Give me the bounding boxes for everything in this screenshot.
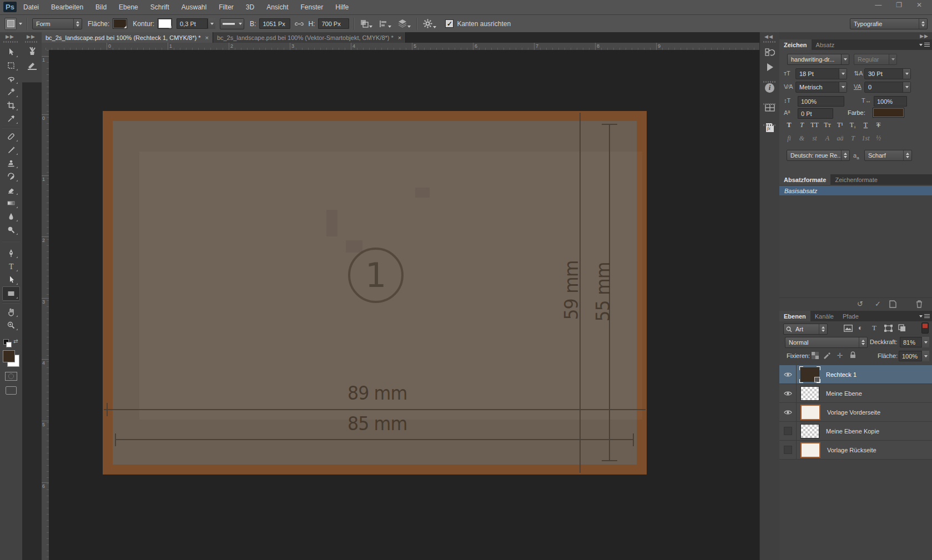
layer-visibility-eye-icon[interactable] [779,365,797,384]
layer-row-1[interactable]: Rechteck 1 [779,365,932,384]
toolbar-collapse-icon[interactable]: ▶▶ [6,34,14,39]
menu-ansicht[interactable]: Ansicht [266,3,288,11]
restore-icon[interactable]: ❐ [896,1,902,9]
menu-3d[interactable]: 3D [246,3,254,11]
panel-collapse-icon[interactable]: ▶▶ [920,33,929,39]
swap-colors-icon[interactable]: ⇄ [13,338,18,344]
filter-toggle-switch[interactable] [921,322,929,334]
workspace-dropdown[interactable]: Typografie [850,18,928,29]
blend-mode-dropdown[interactable]: Normal [785,337,868,348]
layer-thumbnail[interactable] [800,386,819,401]
layer-row-4[interactable]: Meine Ebene Kopie [779,422,932,441]
menu-fenster[interactable]: Fenster [301,3,324,11]
marquee-tool[interactable] [3,59,19,72]
underline-button[interactable]: T [859,121,872,129]
layer-visibility-empty-toggle[interactable] [779,441,797,459]
discretionary-ligatures-button[interactable]: st [808,134,821,143]
strikethrough-button[interactable]: Ŧ [872,121,885,129]
screen-mode-icon[interactable] [6,386,17,395]
font-size-dropdown[interactable]: 18 Pt [795,68,847,79]
layer-row-2[interactable]: Meine Ebene [779,384,932,403]
eyedropper-tool[interactable] [3,112,19,125]
text-color-swatch[interactable] [873,108,904,118]
confirm-icon[interactable]: ✓ [875,300,881,308]
font-family-dropdown[interactable]: handwriting-dr... [787,54,849,65]
layer-visibility-eye-icon[interactable] [779,403,797,421]
clone-source-panel-icon[interactable] [25,59,39,73]
new-style-icon[interactable] [889,300,896,308]
clone-stamp-tool[interactable] [3,157,19,170]
tab-close-icon[interactable]: × [398,34,401,41]
layers-panel-menu-icon[interactable] [919,314,930,318]
tab-ebenen[interactable]: Ebenen [779,311,810,321]
vertical-ruler[interactable]: 10123456 [42,50,49,560]
ordinals-button[interactable]: 1st [859,134,872,143]
baseline-shift-field[interactable]: 0 Pt [798,108,833,119]
layer-visibility-eye-icon[interactable] [779,384,797,402]
brush-tool[interactable] [3,143,19,157]
tracking-dropdown[interactable]: 0 [864,82,911,93]
leading-dropdown[interactable]: 30 Pt [864,68,911,79]
faux-bold-button[interactable]: T [783,121,795,129]
delete-style-icon[interactable] [916,300,923,308]
healing-brush-tool[interactable] [3,130,19,143]
layer-name[interactable]: Rechteck 1 [826,371,857,378]
character-panel-menu-icon[interactable] [919,43,930,47]
filter-kind-adjustment-icon[interactable]: ◐ [858,324,863,332]
type-tool[interactable]: T [3,260,19,273]
document-tab-2[interactable]: bc_2s_landscape.psd bei 100% (Vektor-Sma… [213,32,406,43]
horizontal-scale-field[interactable]: 100% [874,96,907,107]
styles-panel-icon[interactable]: fx [763,121,777,134]
tab-zeichenformate[interactable]: Zeichenformate [830,174,881,185]
move-tool[interactable] [3,46,19,59]
blur-tool[interactable] [3,210,19,223]
titling-alternates-button[interactable]: T [847,134,859,143]
menu-bild[interactable]: Bild [95,3,107,11]
zoom-tool[interactable] [3,319,19,332]
history-panel-icon[interactable] [763,46,777,59]
layer-name[interactable]: Meine Ebene [826,390,862,397]
lasso-tool[interactable] [3,72,19,85]
kerning-dropdown[interactable]: Metrisch [795,82,847,93]
tool-preset-arrow-icon[interactable] [19,23,22,25]
eraser-tool[interactable] [3,183,19,196]
info-panel-icon[interactable]: i [763,81,777,94]
document-tab-1[interactable]: bc_2s_landscape.psd bei 100% (Rechteck 1… [42,32,213,43]
minimize-icon[interactable]: — [875,1,881,9]
stroke-width-field[interactable]: 0,3 Pt [177,18,208,29]
history-brush-tool[interactable] [3,170,19,183]
layer-thumbnail[interactable] [800,424,819,438]
tab-pfade[interactable]: Pfade [838,311,863,321]
stylistic-alternates-button[interactable]: aā [834,134,847,143]
layer-thumbnail[interactable] [800,442,820,458]
style-row-basisabsatz[interactable]: Basisabsatz [779,186,932,195]
filter-kind-shape-icon[interactable] [884,325,893,332]
subscript-button[interactable]: T₁ [847,121,859,129]
layer-name[interactable]: Meine Ebene Kopie [826,428,879,435]
quick-mask-icon[interactable] [5,372,17,381]
shape-height-field[interactable]: 700 Px [318,18,349,29]
link-dimensions-icon[interactable] [295,21,304,27]
tab-close-icon[interactable]: × [205,34,208,41]
small-caps-button[interactable]: Tᴛ [821,121,834,129]
layer-row-3[interactable]: Vorlage Vorderseite [779,403,932,422]
gradient-tool[interactable] [3,196,19,210]
pen-tool[interactable] [3,246,19,260]
menu-schrift[interactable]: Schrift [150,3,169,11]
filter-kind-smartobject-icon[interactable] [898,324,906,332]
menu-auswahl[interactable]: Auswahl [182,3,206,11]
path-operations-button[interactable] [359,18,374,29]
menu-filter[interactable]: Filter [219,3,234,11]
right-dock-expand-icon[interactable]: ◀◀ [764,34,773,39]
horizontal-ruler[interactable]: 0123456789 [42,43,759,51]
close-icon[interactable]: ✕ [916,1,922,9]
canvas-area[interactable]: 1 89 mm 85 mm 59 mm 55 mm [49,50,759,560]
faux-italic-button[interactable]: T [795,121,808,129]
brush-presets-panel-icon[interactable] [25,44,39,58]
tool-mode-dropdown[interactable]: Form [32,18,82,29]
magic-wand-tool[interactable] [3,85,19,99]
lock-transparency-icon[interactable] [810,352,819,359]
stroke-type-dropdown[interactable] [220,18,244,29]
tab-absatz[interactable]: Absatz [812,39,839,50]
stroke-swatch[interactable] [158,18,172,29]
